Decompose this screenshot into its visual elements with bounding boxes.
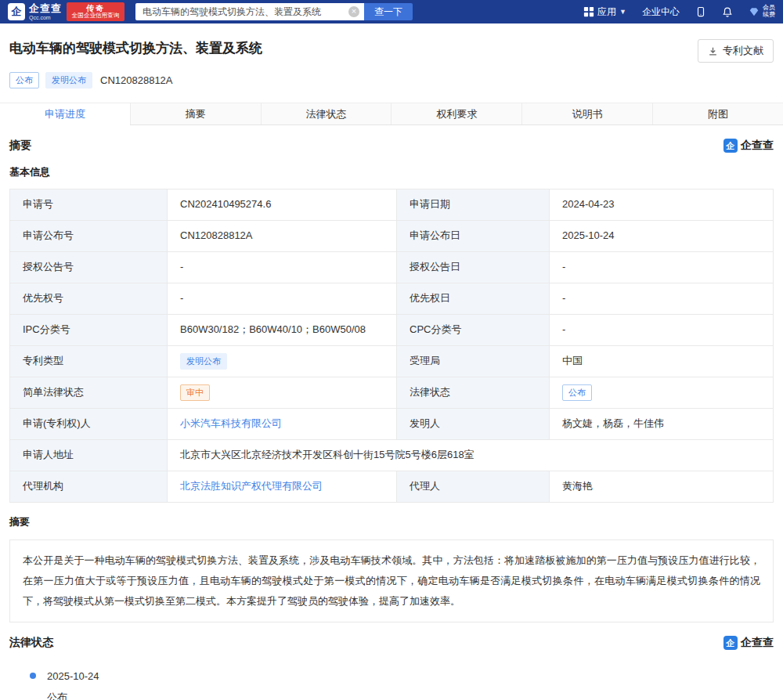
- table-row: 申请号 CN202410495274.6 申请日期 2024-04-23: [10, 189, 773, 220]
- logo-name: 企查查: [29, 3, 62, 13]
- field-label: 申请日期: [396, 189, 549, 220]
- field-value: 中国: [549, 346, 773, 377]
- table-row: 专利类型 发明公布 受理局 中国: [10, 345, 773, 377]
- abstract-text: 本公开是关于一种电动车辆的驾驶模式切换方法、装置及系统，涉及电动车辆技术领域。其…: [9, 539, 774, 622]
- slogan-badge: 传奇 全国企业信用查询: [67, 2, 124, 21]
- field-label: 申请公布日: [396, 221, 549, 251]
- field-value: 北京法胜知识产权代理有限公司: [167, 471, 396, 502]
- mobile-app-icon[interactable]: [695, 6, 706, 17]
- field-value: 杨文婕，杨磊，牛佳伟: [549, 409, 773, 439]
- slogan-line2: 全国企业信用查询: [72, 13, 120, 19]
- timeline-dot-icon: [30, 673, 36, 679]
- enterprise-center-link[interactable]: 企业中心: [642, 5, 680, 19]
- timeline-date: 2025-10-24: [47, 670, 774, 682]
- page-title: 电动车辆的驾驶模式切换方法、装置及系统: [9, 39, 262, 58]
- vip-badge-icon: [749, 6, 760, 17]
- field-value: 发明公布: [167, 346, 396, 377]
- timeline-status: 公布: [47, 691, 774, 700]
- field-label: 代理人: [396, 471, 549, 502]
- basic-info-table: 申请号 CN202410495274.6 申请日期 2024-04-23 申请公…: [9, 189, 774, 503]
- field-label: 简单法律状态: [10, 377, 167, 408]
- section-tabbar: 申请进度 摘要 法律状态 权利要求 说明书 附图: [0, 103, 783, 125]
- legal-status-badge: 公布: [562, 384, 592, 401]
- field-label: 法律状态: [396, 377, 549, 408]
- field-label: 申请公布号: [10, 221, 167, 251]
- chevron-down-icon: ▼: [619, 8, 626, 16]
- table-row: IPC分类号 B60W30/182；B60W40/10；B60W50/08 CP…: [10, 314, 773, 345]
- field-label: CPC分类号: [396, 315, 549, 345]
- download-icon: [708, 46, 718, 56]
- field-value: -: [549, 252, 773, 283]
- agency-link[interactable]: 北京法胜知识产权代理有限公司: [180, 479, 323, 493]
- logo-domain: Qcc.com: [29, 15, 62, 20]
- field-value: -: [549, 315, 773, 345]
- search-bar: × 查一下: [135, 3, 413, 20]
- basic-info-title: 基本信息: [9, 165, 774, 179]
- abstract-title: 摘要: [9, 515, 774, 529]
- field-label: 优先权号: [10, 283, 167, 314]
- table-row: 代理机构 北京法胜知识产权代理有限公司 代理人 黄海艳: [10, 471, 773, 502]
- patent-type-badge: 发明公布: [180, 353, 227, 370]
- table-row: 申请人地址 北京市大兴区北京经济技术开发区科创十街15号院5号楼6层618室: [10, 439, 773, 471]
- patent-document-button[interactable]: 专利文献: [698, 39, 774, 63]
- clear-search-icon[interactable]: ×: [348, 6, 359, 17]
- tab-claims[interactable]: 权利要求: [391, 103, 521, 124]
- field-label: 专利类型: [10, 346, 167, 377]
- qcc-watermark: 企 企查查: [723, 636, 774, 650]
- field-value: 2025-10-24: [549, 221, 773, 251]
- tab-abstract[interactable]: 摘要: [130, 103, 261, 124]
- table-row: 申请(专利权)人 小米汽车科技有限公司 发明人 杨文婕，杨磊，牛佳伟: [10, 408, 773, 439]
- field-value: CN202410495274.6: [167, 189, 396, 220]
- search-input[interactable]: [135, 3, 364, 20]
- table-row: 简单法律状态 审中 法律状态 公布: [10, 377, 773, 408]
- field-value: CN120828812A: [167, 221, 396, 251]
- search-button[interactable]: 查一下: [364, 3, 413, 20]
- field-label: 优先权日: [396, 283, 549, 314]
- field-value: 北京市大兴区北京经济技术开发区科创十街15号院5号楼6层618室: [167, 440, 773, 471]
- qcc-watermark-icon: 企: [723, 636, 738, 650]
- field-label: IPC分类号: [10, 315, 167, 345]
- apps-menu[interactable]: 应用 ▼: [583, 5, 626, 19]
- top-navbar: 企 企查查 Qcc.com 传奇 全国企业信用查询 × 查一下 应用 ▼ 企业中…: [0, 0, 783, 23]
- field-label: 代理机构: [10, 471, 167, 502]
- field-value: -: [167, 283, 396, 314]
- legal-section-title: 法律状态: [9, 636, 53, 650]
- field-label: 发明人: [396, 409, 549, 439]
- field-value: -: [167, 252, 396, 283]
- field-value: 2024-04-23: [549, 189, 773, 220]
- field-label: 申请人地址: [10, 440, 167, 471]
- table-row: 优先权号 - 优先权日 -: [10, 283, 773, 314]
- patent-type-badge: 发明公布: [45, 72, 92, 88]
- status-badge-publish: 公布: [9, 72, 39, 88]
- applicant-link[interactable]: 小米汽车科技有限公司: [180, 417, 282, 431]
- simple-legal-status-badge: 审中: [180, 384, 210, 401]
- field-label: 申请号: [10, 189, 167, 220]
- tab-application-progress[interactable]: 申请进度: [0, 103, 130, 124]
- field-label: 受理局: [396, 346, 549, 377]
- legal-timeline: 2025-10-24 公布: [30, 670, 774, 700]
- qcc-logo[interactable]: 企 企查查 Qcc.com: [8, 3, 62, 20]
- tab-legal-status[interactable]: 法律状态: [261, 103, 392, 124]
- field-value: -: [549, 283, 773, 314]
- tab-description[interactable]: 说明书: [521, 103, 652, 124]
- qcc-watermark: 企 企查查: [723, 139, 774, 153]
- tab-drawings[interactable]: 附图: [652, 103, 783, 124]
- field-value: 审中: [167, 377, 396, 408]
- summary-section-title: 摘要: [9, 139, 31, 153]
- field-value: 黄海艳: [549, 471, 773, 502]
- field-label: 授权公告号: [10, 252, 167, 283]
- field-value: 公布: [549, 377, 773, 408]
- field-value: B60W30/182；B60W40/10；B60W50/08: [167, 315, 396, 345]
- field-label: 申请(专利权)人: [10, 409, 167, 439]
- vip-renewal-button[interactable]: 会员 续费: [749, 5, 775, 19]
- patent-number: CN120828812A: [100, 74, 173, 86]
- table-row: 授权公告号 - 授权公告日 -: [10, 251, 773, 283]
- grid-icon: [583, 6, 594, 17]
- qcc-watermark-icon: 企: [723, 139, 738, 153]
- table-row: 申请公布号 CN120828812A 申请公布日 2025-10-24: [10, 220, 773, 251]
- apps-label: 应用: [597, 5, 616, 19]
- field-label: 授权公告日: [396, 252, 549, 283]
- field-value: 小米汽车科技有限公司: [167, 409, 396, 439]
- bell-icon[interactable]: [722, 6, 733, 17]
- timeline-item: 2025-10-24 公布: [30, 670, 774, 700]
